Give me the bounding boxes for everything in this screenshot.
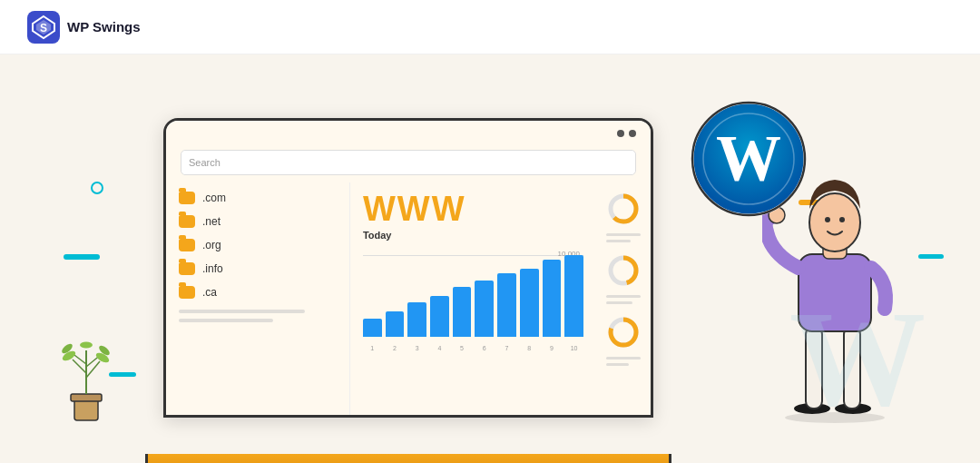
screen-main: .com .net .org .info bbox=[166, 182, 651, 415]
widget-lines-2 bbox=[606, 295, 641, 308]
laptop: Search .com .net bbox=[145, 118, 671, 463]
screen-dot-1 bbox=[617, 130, 624, 137]
today-label: Today bbox=[363, 230, 583, 241]
bar-1 bbox=[363, 319, 382, 337]
header: S WP Swings bbox=[0, 0, 980, 54]
svg-point-33 bbox=[825, 217, 830, 222]
x-label-7: 7 bbox=[497, 345, 516, 351]
bar-2 bbox=[386, 311, 405, 337]
folder-icon-3 bbox=[179, 239, 195, 251]
folder-icon-4 bbox=[179, 262, 195, 275]
x-label-1: 1 bbox=[363, 345, 382, 351]
widget-line-d bbox=[606, 301, 632, 304]
svg-text:W: W bbox=[716, 122, 781, 194]
bar-8 bbox=[520, 269, 539, 337]
www-heading: WWW bbox=[363, 192, 583, 226]
sidebar-line-2 bbox=[179, 319, 273, 322]
svg-rect-3 bbox=[71, 394, 102, 401]
plant-illustration bbox=[54, 332, 118, 427]
wp-watermark: W bbox=[789, 291, 926, 427]
bar-5 bbox=[453, 287, 472, 337]
screen-dot-2 bbox=[629, 130, 636, 137]
x-label-3: 3 bbox=[407, 345, 426, 351]
folder-icon-2 bbox=[179, 215, 195, 228]
widget-line-c bbox=[606, 295, 641, 298]
search-text: Search bbox=[189, 157, 220, 168]
widget-line-f bbox=[606, 363, 629, 366]
right-widgets bbox=[596, 182, 651, 415]
domain-item-1: .com bbox=[202, 192, 226, 204]
widget-line-e bbox=[606, 357, 641, 360]
sidebar: .com .net .org .info bbox=[166, 182, 350, 415]
list-item: .info bbox=[179, 262, 337, 275]
laptop-screen: Search .com .net bbox=[163, 118, 653, 418]
svg-point-31 bbox=[809, 193, 860, 251]
folder-icon-5 bbox=[179, 286, 195, 299]
domain-item-4: .info bbox=[202, 262, 223, 275]
domain-item-5: .ca bbox=[202, 286, 217, 299]
donut-chart-1 bbox=[606, 192, 641, 226]
domain-item-2: .net bbox=[202, 215, 220, 228]
donut-chart-2 bbox=[606, 253, 641, 288]
widget-lines-1 bbox=[606, 233, 641, 246]
x-label-8: 8 bbox=[520, 345, 539, 351]
bar-chart: 10,000 bbox=[363, 246, 583, 355]
svg-point-34 bbox=[839, 217, 845, 222]
x-axis-labels: 1 2 3 4 5 6 7 8 9 10 bbox=[363, 345, 583, 351]
deco-line-1 bbox=[64, 254, 100, 260]
donut-chart-3 bbox=[606, 315, 641, 350]
logo-icon: S bbox=[27, 11, 60, 44]
bars-group bbox=[363, 255, 583, 337]
logo: S WP Swings bbox=[27, 11, 141, 44]
bar-3 bbox=[407, 302, 426, 337]
widget-line-b bbox=[606, 240, 631, 242]
x-label-9: 9 bbox=[543, 345, 562, 351]
search-bar[interactable]: Search bbox=[181, 150, 636, 175]
svg-line-6 bbox=[86, 361, 100, 378]
bar-9 bbox=[543, 260, 562, 337]
x-label-4: 4 bbox=[430, 345, 449, 351]
svg-text:S: S bbox=[40, 22, 47, 34]
logo-text: WP Swings bbox=[67, 19, 141, 34]
bar-6 bbox=[475, 281, 494, 337]
deco-circle-1 bbox=[91, 182, 103, 194]
bar-4 bbox=[430, 296, 449, 337]
sidebar-lines bbox=[179, 310, 337, 322]
x-label-2: 2 bbox=[386, 345, 405, 351]
list-item: .com bbox=[179, 192, 337, 204]
x-label-5: 5 bbox=[453, 345, 472, 351]
widget-lines-3 bbox=[606, 357, 641, 369]
list-item: .net bbox=[179, 215, 337, 228]
chart-area: WWW Today 10,000 bbox=[350, 182, 596, 415]
bar-7 bbox=[497, 273, 516, 337]
folder-icon-1 bbox=[179, 192, 195, 204]
bar-10 bbox=[564, 255, 583, 337]
domain-item-3: .org bbox=[202, 239, 221, 251]
deco-line-4 bbox=[918, 254, 944, 259]
screen-dots bbox=[617, 130, 636, 137]
svg-line-5 bbox=[73, 360, 86, 373]
list-item: .ca bbox=[179, 286, 337, 299]
widget-line-a bbox=[606, 233, 641, 236]
screen-content-area: Search .com .net bbox=[166, 121, 651, 415]
list-item: .org bbox=[179, 239, 337, 251]
wordpress-logo: W bbox=[690, 100, 808, 218]
main-content: Search .com .net bbox=[0, 54, 980, 463]
laptop-base bbox=[145, 454, 671, 463]
svg-point-13 bbox=[80, 342, 93, 349]
x-label-10: 10 bbox=[564, 345, 583, 351]
sidebar-line-1 bbox=[179, 310, 305, 313]
x-label-6: 6 bbox=[475, 345, 494, 351]
